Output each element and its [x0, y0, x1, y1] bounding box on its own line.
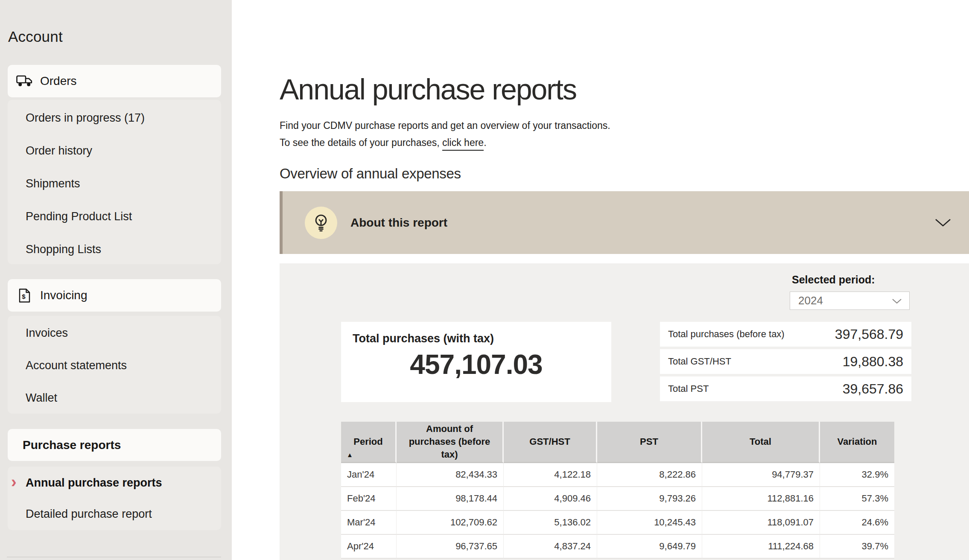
column-header-pst[interactable]: PST — [597, 422, 702, 463]
cell-variation: 24.6% — [820, 511, 894, 535]
total-row-value: 397,568.79 — [835, 327, 903, 342]
cell-pst: 9,649.79 — [597, 535, 702, 559]
monthly-purchases-table: Period ▲ Amount of purchases (before tax… — [341, 422, 894, 559]
table-row: Jan'24 82,434.33 4,122.18 8,222.86 94,77… — [341, 463, 894, 487]
cell-total: 118,091.07 — [702, 511, 820, 535]
cell-variation: 39.7% — [820, 535, 894, 559]
total-with-tax-card: Total purchases (with tax) 457,107.03 — [341, 322, 611, 402]
orders-submenu: Orders in progress (17) Order history Sh… — [8, 100, 221, 264]
cell-amount: 98,178.44 — [397, 487, 504, 511]
sidebar-item-wallet[interactable]: Wallet — [8, 382, 221, 414]
annual-expenses-panel: Selected period: 2024 Total purchases (w… — [280, 263, 969, 560]
table-row: Mar'24 102,709.62 5,136.02 10,245.43 118… — [341, 511, 894, 535]
cell-variation: 32.9% — [820, 463, 894, 487]
totals-list: Total purchases (before tax) 397,568.79 … — [660, 322, 911, 401]
section-heading: Overview of annual expenses — [280, 166, 461, 182]
total-with-tax-label: Total purchases (with tax) — [341, 322, 611, 345]
intro-text: Find your CDMV purchase reports and get … — [280, 117, 610, 151]
sidebar-item-orders[interactable]: Orders — [8, 65, 221, 97]
intro-line2-prefix: To see the details of your purchases, — [280, 137, 442, 148]
cell-period: Mar'24 — [341, 511, 397, 535]
cell-gst-hst: 4,837.24 — [504, 535, 597, 559]
sidebar-item-invoices[interactable]: Invoices — [8, 317, 221, 349]
purchase-reports-submenu: › Annual purchase reports Detailed purch… — [8, 467, 221, 530]
sidebar-item-shopping-lists[interactable]: Shopping Lists — [8, 233, 221, 266]
click-here-link[interactable]: click here — [442, 137, 484, 151]
table-row: Apr'24 96,737.65 4,837.24 9,649.79 111,2… — [341, 535, 894, 559]
cell-amount: 82,434.33 — [397, 463, 504, 487]
intro-line1: Find your CDMV purchase reports and get … — [280, 120, 610, 131]
sidebar-item-annual-purchase-reports[interactable]: › Annual purchase reports — [8, 467, 221, 499]
truck-icon — [16, 75, 33, 87]
period-select[interactable]: 2024 — [790, 292, 910, 310]
total-pst-row: Total PST 39,657.86 — [660, 376, 911, 401]
invoice-icon: $ — [16, 289, 33, 303]
sidebar-item-pending-product-list[interactable]: Pending Product List — [8, 200, 221, 233]
selected-period-label: Selected period: — [792, 274, 875, 286]
cell-total: 111,224.68 — [702, 535, 820, 559]
table-row: Feb'24 98,178.44 4,909.46 9,793.26 112,8… — [341, 487, 894, 511]
cell-period: Jan'24 — [341, 463, 397, 487]
page: Account Orders Orders in progress (17) O… — [0, 0, 969, 560]
cell-variation: 57.3% — [820, 487, 894, 511]
about-report-banner[interactable]: About this report — [280, 191, 969, 254]
cell-period: Apr'24 — [341, 535, 397, 559]
total-before-tax-row: Total purchases (before tax) 397,568.79 — [660, 322, 911, 347]
sort-ascending-icon: ▲ — [347, 451, 353, 459]
sidebar-divider — [7, 557, 221, 557]
column-header-total[interactable]: Total — [702, 422, 820, 463]
total-row-label: Total PST — [668, 383, 709, 394]
period-select-value: 2024 — [798, 294, 823, 307]
cell-pst: 8,222.86 — [597, 463, 702, 487]
total-row-label: Total purchases (before tax) — [668, 329, 785, 340]
total-with-tax-value: 457,107.03 — [341, 349, 611, 380]
svg-text:$: $ — [22, 293, 26, 300]
sidebar-item-purchase-reports[interactable]: Purchase reports — [8, 429, 221, 461]
cell-amount: 96,737.65 — [397, 535, 504, 559]
active-chevron-icon: › — [11, 473, 17, 490]
page-title: Annual purchase reports — [280, 73, 576, 106]
sidebar-item-invoicing[interactable]: $ Invoicing — [8, 279, 221, 312]
cell-pst: 10,245.43 — [597, 511, 702, 535]
account-sidebar: Account Orders Orders in progress (17) O… — [0, 0, 232, 560]
cell-gst-hst: 4,909.46 — [504, 487, 597, 511]
cell-gst-hst: 5,136.02 — [504, 511, 597, 535]
sidebar-item-shipments[interactable]: Shipments — [8, 167, 221, 200]
banner-label: About this report — [350, 216, 447, 230]
table-header-row: Period ▲ Amount of purchases (before tax… — [341, 422, 894, 463]
cell-total: 112,881.16 — [702, 487, 820, 511]
sidebar-item-detailed-purchase-report[interactable]: Detailed purchase report — [8, 499, 221, 530]
sidebar-item-orders-in-progress[interactable]: Orders in progress (17) — [8, 102, 221, 134]
total-row-value: 19,880.38 — [843, 354, 903, 370]
sidebar-heading: Account — [8, 28, 63, 45]
cell-total: 94,779.37 — [702, 463, 820, 487]
sidebar-item-label: Invoicing — [40, 289, 88, 302]
chevron-down-icon — [892, 294, 902, 307]
cell-period: Feb'24 — [341, 487, 397, 511]
sidebar-item-account-statements[interactable]: Account statements — [8, 349, 221, 382]
total-gst-hst-row: Total GST/HST 19,880.38 — [660, 349, 911, 374]
sidebar-item-label: Orders — [40, 74, 77, 88]
lightbulb-icon — [305, 207, 337, 239]
intro-line2-suffix: . — [484, 137, 486, 148]
column-header-period[interactable]: Period ▲ — [341, 422, 397, 463]
column-header-amount[interactable]: Amount of purchases (before tax) — [397, 422, 504, 463]
total-row-value: 39,657.86 — [843, 381, 903, 397]
sidebar-item-label: Purchase reports — [23, 438, 121, 452]
column-header-gst-hst[interactable]: GST/HST — [504, 422, 597, 463]
column-header-variation[interactable]: Variation — [820, 422, 894, 463]
sidebar-item-order-history[interactable]: Order history — [8, 134, 221, 167]
invoicing-submenu: Invoices Account statements Wallet — [8, 316, 221, 414]
chevron-down-icon[interactable] — [935, 219, 951, 227]
cell-gst-hst: 4,122.18 — [504, 463, 597, 487]
sidebar-item-label: Annual purchase reports — [26, 476, 162, 490]
cell-amount: 102,709.62 — [397, 511, 504, 535]
total-row-label: Total GST/HST — [668, 356, 731, 367]
cell-pst: 9,793.26 — [597, 487, 702, 511]
